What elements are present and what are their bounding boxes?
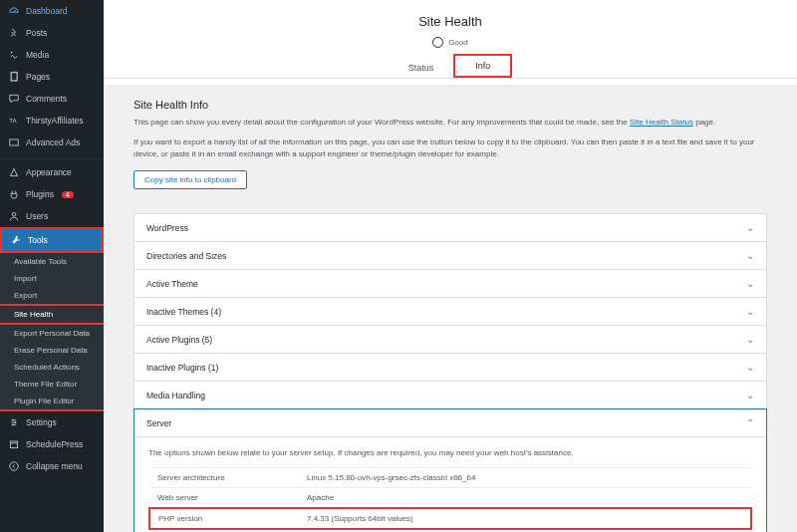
- submenu-site-health[interactable]: Site Health: [0, 304, 104, 325]
- sidebar-item-pages[interactable]: Pages: [0, 66, 104, 88]
- dashboard-icon: [8, 5, 20, 17]
- media-icon: [8, 49, 20, 61]
- settings-icon: [8, 416, 20, 428]
- tab-status[interactable]: Status: [389, 54, 454, 78]
- admin-sidebar: DashboardPostsMediaPagesCommentsTAThirst…: [0, 0, 104, 532]
- accordion-active-plugins-5-: Active Plugins (5)⌄: [133, 325, 767, 353]
- sidebar-item-label: SchedulePress: [26, 439, 83, 449]
- info-heading: Site Health Info: [133, 99, 767, 111]
- svg-point-8: [12, 424, 14, 426]
- page-icon: [8, 71, 20, 83]
- sidebar-item-thirstyaffiliates[interactable]: TAThirstyAffiliates: [0, 110, 104, 132]
- ta-icon: TA: [8, 115, 20, 127]
- users-icon: [8, 210, 20, 222]
- server-key: PHP version: [149, 508, 299, 529]
- server-row-web-server: Web serverApache: [149, 488, 751, 509]
- accordion-title: Server: [146, 418, 171, 428]
- accordion-header[interactable]: Media Handling⌄: [134, 382, 766, 408]
- collapse-menu[interactable]: Collapse menu: [0, 455, 104, 477]
- submenu-scheduled-actions[interactable]: Scheduled Actions: [0, 359, 104, 376]
- tab-label: Status: [408, 63, 434, 73]
- accordion-header[interactable]: Active Theme⌄: [134, 270, 766, 297]
- accordion-server: Server ⌃ The options shown below relate …: [133, 408, 767, 532]
- server-row-server-architecture: Server architectureLinux 5.15.80-ovh-vps…: [149, 468, 751, 488]
- sidebar-item-label: Tools: [28, 235, 48, 245]
- collapse-icon: [8, 460, 20, 472]
- sidebar-item-comments[interactable]: Comments: [0, 88, 104, 110]
- submenu-plugin-file-editor[interactable]: Plugin File Editor: [0, 393, 104, 409]
- svg-point-6: [12, 419, 14, 421]
- accordion-server-header[interactable]: Server ⌃: [134, 409, 766, 437]
- chevron-up-icon: ⌃: [746, 417, 754, 428]
- accordion-header[interactable]: Active Plugins (5)⌄: [134, 326, 766, 353]
- appearance-icon: [8, 166, 20, 178]
- submenu-export-personal-data[interactable]: Export Personal Data: [0, 325, 104, 342]
- tab-label: Info: [475, 61, 490, 71]
- server-row-php-version: PHP version7.4.33 (Supports 64bit values…: [149, 508, 751, 529]
- health-status-indicator: Good: [104, 37, 797, 48]
- update-badge: 4: [62, 191, 74, 198]
- submenu-export[interactable]: Export: [0, 287, 104, 304]
- copy-site-info-button[interactable]: Copy site info to clipboard: [133, 170, 247, 189]
- comment-icon: [8, 93, 20, 105]
- accordion-title: WordPress: [146, 223, 188, 233]
- sidebar-item-label: Media: [26, 50, 49, 60]
- accordion-title: Active Plugins (5): [146, 335, 212, 345]
- pin-icon: [8, 27, 20, 39]
- chevron-down-icon: ⌄: [746, 250, 754, 261]
- sidebar-item-appearance[interactable]: Appearance: [0, 161, 104, 183]
- main-content: Site Health Good Status Info Site Health…: [104, 0, 797, 532]
- submenu-available-tools[interactable]: Available Tools: [0, 253, 104, 270]
- collapse-label: Collapse menu: [26, 461, 83, 471]
- sidebar-item-tools[interactable]: Tools: [0, 227, 104, 253]
- sidebar-item-advanced-ads[interactable]: Advanced Ads: [0, 132, 104, 153]
- accordion-active-theme: Active Theme⌄: [133, 269, 767, 297]
- server-value: 7.4.33 (Supports 64bit values): [299, 508, 751, 529]
- info-accordion: WordPress⌄Directories and Sizes⌄Active T…: [133, 213, 767, 409]
- tab-info[interactable]: Info: [453, 54, 512, 78]
- accordion-header[interactable]: WordPress⌄: [134, 214, 766, 241]
- chevron-down-icon: ⌄: [746, 390, 754, 400]
- accordion-title: Media Handling: [146, 391, 205, 400]
- svg-point-5: [12, 212, 16, 216]
- info-body: Site Health Info This page can show you …: [104, 85, 797, 532]
- submenu-erase-personal-data[interactable]: Erase Personal Data: [0, 342, 104, 359]
- accordion-media-handling: Media Handling⌄: [133, 381, 767, 409]
- accordion-header[interactable]: Inactive Themes (4)⌄: [134, 298, 766, 325]
- sidebar-item-label: Users: [26, 211, 48, 221]
- sidebar-item-label: Appearance: [26, 167, 72, 177]
- sidebar-item-plugins[interactable]: Plugins4: [0, 183, 104, 205]
- sidebar-item-posts[interactable]: Posts: [0, 22, 104, 44]
- sidebar-item-settings[interactable]: Settings: [0, 411, 104, 433]
- server-key: Web server: [149, 488, 299, 509]
- sidebar-item-schedulepress[interactable]: SchedulePress: [0, 433, 104, 455]
- chevron-down-icon: ⌄: [746, 362, 754, 373]
- sidebar-item-label: Comments: [26, 94, 67, 104]
- server-desc: The options shown below relate to your s…: [148, 447, 752, 459]
- plugins-icon: [8, 188, 20, 200]
- sidebar-item-users[interactable]: Users: [0, 205, 104, 227]
- accordion-inactive-themes-4-: Inactive Themes (4)⌄: [133, 297, 767, 325]
- status-circle-icon: [432, 37, 443, 48]
- page-title: Site Health: [104, 14, 797, 29]
- accordion-directories-and-sizes: Directories and Sizes⌄: [133, 241, 767, 269]
- svg-point-0: [11, 52, 13, 54]
- sidebar-item-media[interactable]: Media: [0, 44, 104, 66]
- site-health-status-link[interactable]: Site Health Status: [630, 118, 693, 127]
- sidebar-item-dashboard[interactable]: Dashboard: [0, 0, 104, 22]
- info-paragraph-1: This page can show you every detail abou…: [133, 117, 767, 129]
- svg-rect-9: [10, 441, 17, 448]
- svg-text:TA: TA: [9, 118, 16, 124]
- accordion-server-body: The options shown below relate to your s…: [134, 437, 766, 532]
- tools-icon: [10, 234, 22, 246]
- accordion-header[interactable]: Directories and Sizes⌄: [134, 242, 766, 269]
- submenu-theme-file-editor[interactable]: Theme File Editor: [0, 376, 104, 393]
- svg-rect-4: [10, 139, 18, 145]
- accordion-title: Directories and Sizes: [146, 251, 226, 261]
- accordion-header[interactable]: Inactive Plugins (1)⌄: [134, 354, 766, 381]
- sidebar-item-label: Plugins: [26, 189, 54, 199]
- ads-icon: [8, 136, 20, 148]
- submenu-import[interactable]: Import: [0, 270, 104, 287]
- schedule-icon: [8, 438, 20, 450]
- chevron-down-icon: ⌄: [746, 278, 754, 289]
